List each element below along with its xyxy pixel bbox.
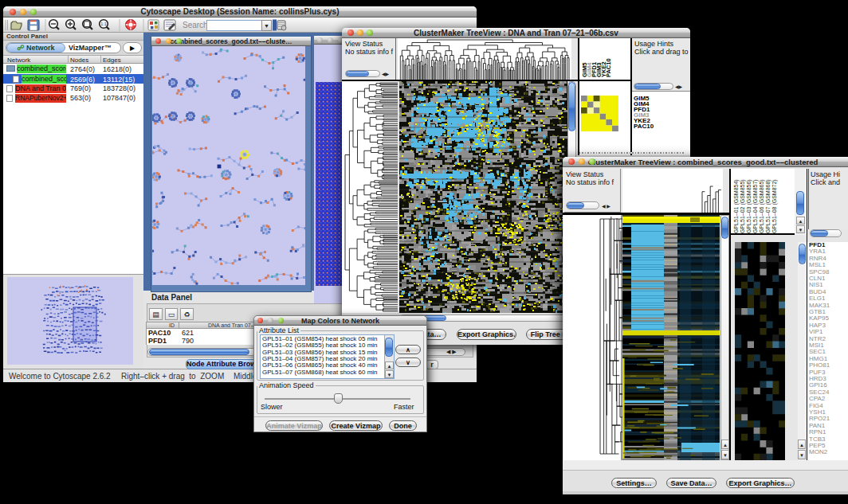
svg-text:1:1: 1:1 [100, 21, 107, 26]
